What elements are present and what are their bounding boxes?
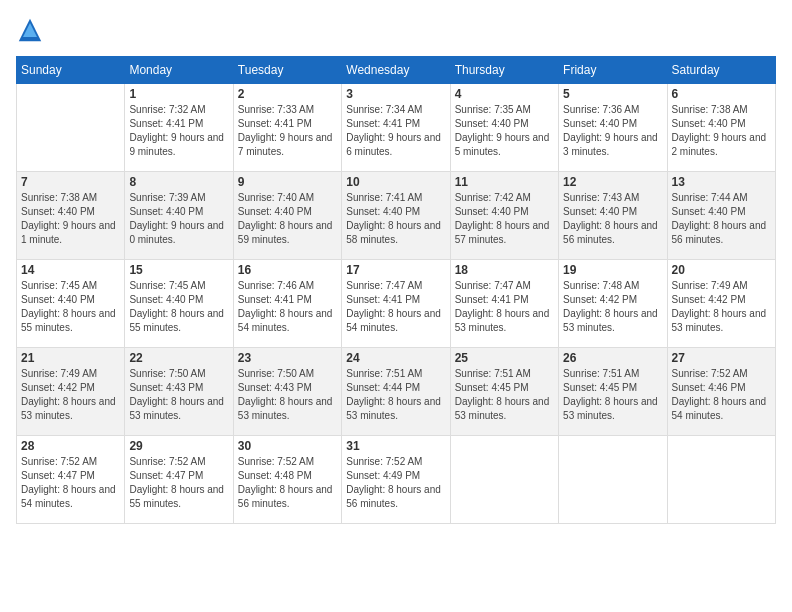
calendar-cell: 8Sunrise: 7:39 AMSunset: 4:40 PMDaylight… — [125, 172, 233, 260]
day-number: 13 — [672, 175, 771, 189]
calendar-week-2: 7Sunrise: 7:38 AMSunset: 4:40 PMDaylight… — [17, 172, 776, 260]
day-info: Sunrise: 7:51 AMSunset: 4:44 PMDaylight:… — [346, 367, 445, 423]
calendar-cell: 31Sunrise: 7:52 AMSunset: 4:49 PMDayligh… — [342, 436, 450, 524]
day-info: Sunrise: 7:50 AMSunset: 4:43 PMDaylight:… — [238, 367, 337, 423]
calendar-header-row: SundayMondayTuesdayWednesdayThursdayFrid… — [17, 57, 776, 84]
day-number: 20 — [672, 263, 771, 277]
calendar-cell: 18Sunrise: 7:47 AMSunset: 4:41 PMDayligh… — [450, 260, 558, 348]
calendar-cell — [450, 436, 558, 524]
calendar-cell: 25Sunrise: 7:51 AMSunset: 4:45 PMDayligh… — [450, 348, 558, 436]
day-number: 1 — [129, 87, 228, 101]
day-info: Sunrise: 7:52 AMSunset: 4:48 PMDaylight:… — [238, 455, 337, 511]
day-info: Sunrise: 7:45 AMSunset: 4:40 PMDaylight:… — [21, 279, 120, 335]
day-info: Sunrise: 7:33 AMSunset: 4:41 PMDaylight:… — [238, 103, 337, 159]
logo — [16, 16, 48, 44]
day-number: 8 — [129, 175, 228, 189]
day-number: 14 — [21, 263, 120, 277]
calendar-cell: 10Sunrise: 7:41 AMSunset: 4:40 PMDayligh… — [342, 172, 450, 260]
day-number: 27 — [672, 351, 771, 365]
day-number: 12 — [563, 175, 662, 189]
day-info: Sunrise: 7:32 AMSunset: 4:41 PMDaylight:… — [129, 103, 228, 159]
calendar-cell: 7Sunrise: 7:38 AMSunset: 4:40 PMDaylight… — [17, 172, 125, 260]
calendar: SundayMondayTuesdayWednesdayThursdayFrid… — [16, 56, 776, 524]
day-info: Sunrise: 7:39 AMSunset: 4:40 PMDaylight:… — [129, 191, 228, 247]
day-number: 22 — [129, 351, 228, 365]
calendar-cell: 20Sunrise: 7:49 AMSunset: 4:42 PMDayligh… — [667, 260, 775, 348]
calendar-cell: 15Sunrise: 7:45 AMSunset: 4:40 PMDayligh… — [125, 260, 233, 348]
day-number: 2 — [238, 87, 337, 101]
calendar-cell: 24Sunrise: 7:51 AMSunset: 4:44 PMDayligh… — [342, 348, 450, 436]
day-info: Sunrise: 7:36 AMSunset: 4:40 PMDaylight:… — [563, 103, 662, 159]
day-info: Sunrise: 7:51 AMSunset: 4:45 PMDaylight:… — [455, 367, 554, 423]
logo-icon — [16, 16, 44, 44]
day-number: 24 — [346, 351, 445, 365]
day-info: Sunrise: 7:43 AMSunset: 4:40 PMDaylight:… — [563, 191, 662, 247]
day-number: 10 — [346, 175, 445, 189]
day-info: Sunrise: 7:52 AMSunset: 4:47 PMDaylight:… — [21, 455, 120, 511]
calendar-cell: 29Sunrise: 7:52 AMSunset: 4:47 PMDayligh… — [125, 436, 233, 524]
header-thursday: Thursday — [450, 57, 558, 84]
calendar-cell: 22Sunrise: 7:50 AMSunset: 4:43 PMDayligh… — [125, 348, 233, 436]
day-info: Sunrise: 7:45 AMSunset: 4:40 PMDaylight:… — [129, 279, 228, 335]
day-info: Sunrise: 7:38 AMSunset: 4:40 PMDaylight:… — [672, 103, 771, 159]
day-number: 9 — [238, 175, 337, 189]
calendar-cell: 1Sunrise: 7:32 AMSunset: 4:41 PMDaylight… — [125, 84, 233, 172]
day-number: 5 — [563, 87, 662, 101]
day-number: 21 — [21, 351, 120, 365]
calendar-cell: 9Sunrise: 7:40 AMSunset: 4:40 PMDaylight… — [233, 172, 341, 260]
calendar-cell: 5Sunrise: 7:36 AMSunset: 4:40 PMDaylight… — [559, 84, 667, 172]
header-wednesday: Wednesday — [342, 57, 450, 84]
day-info: Sunrise: 7:41 AMSunset: 4:40 PMDaylight:… — [346, 191, 445, 247]
day-info: Sunrise: 7:34 AMSunset: 4:41 PMDaylight:… — [346, 103, 445, 159]
calendar-cell: 27Sunrise: 7:52 AMSunset: 4:46 PMDayligh… — [667, 348, 775, 436]
day-info: Sunrise: 7:48 AMSunset: 4:42 PMDaylight:… — [563, 279, 662, 335]
calendar-week-1: 1Sunrise: 7:32 AMSunset: 4:41 PMDaylight… — [17, 84, 776, 172]
calendar-week-4: 21Sunrise: 7:49 AMSunset: 4:42 PMDayligh… — [17, 348, 776, 436]
calendar-week-3: 14Sunrise: 7:45 AMSunset: 4:40 PMDayligh… — [17, 260, 776, 348]
day-number: 3 — [346, 87, 445, 101]
header-saturday: Saturday — [667, 57, 775, 84]
day-info: Sunrise: 7:38 AMSunset: 4:40 PMDaylight:… — [21, 191, 120, 247]
day-info: Sunrise: 7:52 AMSunset: 4:47 PMDaylight:… — [129, 455, 228, 511]
calendar-cell: 13Sunrise: 7:44 AMSunset: 4:40 PMDayligh… — [667, 172, 775, 260]
day-info: Sunrise: 7:47 AMSunset: 4:41 PMDaylight:… — [346, 279, 445, 335]
day-number: 25 — [455, 351, 554, 365]
header-sunday: Sunday — [17, 57, 125, 84]
calendar-cell: 11Sunrise: 7:42 AMSunset: 4:40 PMDayligh… — [450, 172, 558, 260]
calendar-cell: 2Sunrise: 7:33 AMSunset: 4:41 PMDaylight… — [233, 84, 341, 172]
day-info: Sunrise: 7:50 AMSunset: 4:43 PMDaylight:… — [129, 367, 228, 423]
calendar-cell: 21Sunrise: 7:49 AMSunset: 4:42 PMDayligh… — [17, 348, 125, 436]
day-number: 28 — [21, 439, 120, 453]
day-number: 31 — [346, 439, 445, 453]
day-info: Sunrise: 7:49 AMSunset: 4:42 PMDaylight:… — [21, 367, 120, 423]
day-number: 6 — [672, 87, 771, 101]
day-number: 15 — [129, 263, 228, 277]
calendar-cell — [17, 84, 125, 172]
calendar-cell: 30Sunrise: 7:52 AMSunset: 4:48 PMDayligh… — [233, 436, 341, 524]
day-number: 7 — [21, 175, 120, 189]
day-number: 16 — [238, 263, 337, 277]
calendar-cell — [559, 436, 667, 524]
day-number: 18 — [455, 263, 554, 277]
day-number: 19 — [563, 263, 662, 277]
day-info: Sunrise: 7:42 AMSunset: 4:40 PMDaylight:… — [455, 191, 554, 247]
calendar-cell: 14Sunrise: 7:45 AMSunset: 4:40 PMDayligh… — [17, 260, 125, 348]
day-info: Sunrise: 7:40 AMSunset: 4:40 PMDaylight:… — [238, 191, 337, 247]
day-info: Sunrise: 7:52 AMSunset: 4:46 PMDaylight:… — [672, 367, 771, 423]
day-number: 23 — [238, 351, 337, 365]
day-info: Sunrise: 7:46 AMSunset: 4:41 PMDaylight:… — [238, 279, 337, 335]
calendar-week-5: 28Sunrise: 7:52 AMSunset: 4:47 PMDayligh… — [17, 436, 776, 524]
calendar-cell — [667, 436, 775, 524]
calendar-cell: 28Sunrise: 7:52 AMSunset: 4:47 PMDayligh… — [17, 436, 125, 524]
day-info: Sunrise: 7:52 AMSunset: 4:49 PMDaylight:… — [346, 455, 445, 511]
calendar-cell: 16Sunrise: 7:46 AMSunset: 4:41 PMDayligh… — [233, 260, 341, 348]
day-number: 11 — [455, 175, 554, 189]
day-number: 26 — [563, 351, 662, 365]
day-number: 29 — [129, 439, 228, 453]
day-info: Sunrise: 7:51 AMSunset: 4:45 PMDaylight:… — [563, 367, 662, 423]
header-tuesday: Tuesday — [233, 57, 341, 84]
calendar-cell: 4Sunrise: 7:35 AMSunset: 4:40 PMDaylight… — [450, 84, 558, 172]
calendar-cell: 17Sunrise: 7:47 AMSunset: 4:41 PMDayligh… — [342, 260, 450, 348]
header-monday: Monday — [125, 57, 233, 84]
day-info: Sunrise: 7:49 AMSunset: 4:42 PMDaylight:… — [672, 279, 771, 335]
